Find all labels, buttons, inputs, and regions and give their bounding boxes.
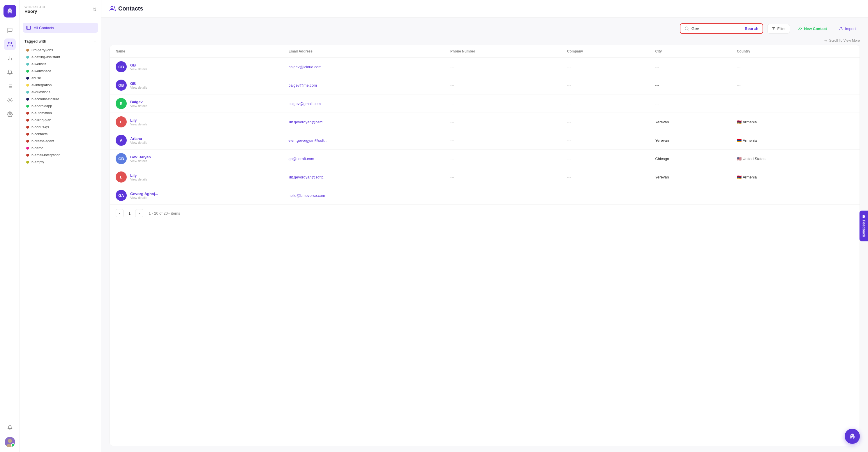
next-page-button[interactable]: ›: [135, 209, 143, 217]
email-link[interactable]: balgev@gmail.com: [288, 102, 321, 106]
contact-info: Ariana View details: [130, 137, 147, 144]
table-row[interactable]: GB Gev Balyan View details gb@ucraft.com…: [110, 149, 860, 168]
view-details-link[interactable]: View details: [130, 104, 147, 108]
rail-icon-list[interactable]: [4, 81, 16, 92]
contacts-table-wrapper: NameEmail AddressPhone NumberCompanyCity…: [110, 45, 860, 446]
tag-item-b-billing-plan[interactable]: b-billing-plan: [25, 117, 96, 124]
rail-icon-bell[interactable]: [4, 422, 16, 433]
email-link[interactable]: lilit.gevorgyan@softc...: [288, 175, 327, 179]
svg-point-34: [852, 435, 855, 439]
tag-item-b-empty[interactable]: b-empty: [25, 159, 96, 166]
table-row[interactable]: L Lily View details lilit.gevorgyan@soft…: [110, 168, 860, 186]
tag-dot: [26, 126, 29, 129]
rail-icon-reports[interactable]: [4, 53, 16, 64]
svg-point-1: [7, 10, 9, 14]
view-details-link[interactable]: View details: [130, 67, 147, 71]
company-cell: ---: [561, 131, 650, 149]
new-contact-button[interactable]: New Contact: [794, 24, 831, 33]
tag-item-abuse[interactable]: abuse: [25, 75, 96, 82]
view-details-link[interactable]: View details: [130, 177, 147, 181]
tag-item-ai-questions[interactable]: ai-questions: [25, 89, 96, 96]
bot-icon: [848, 432, 856, 440]
sidebar-item-all-contacts[interactable]: All Contacts: [23, 23, 98, 33]
tag-item-a-workspace[interactable]: a-workspace: [25, 68, 96, 75]
view-details-link[interactable]: View details: [130, 141, 147, 144]
contact-name-cell: GB GB View details: [110, 76, 282, 94]
email-link[interactable]: balgev@me.com: [288, 83, 317, 87]
table-row[interactable]: A Ariana View details elen.gevorgyan@sof…: [110, 131, 860, 149]
filter-button[interactable]: Filter: [767, 24, 790, 33]
view-details-link[interactable]: View details: [130, 86, 147, 89]
tag-item-a-betting-assistant[interactable]: a-betting-assistant: [25, 54, 96, 61]
email-link[interactable]: hello@bmeverse.com: [288, 193, 325, 198]
workspace-name: Hoory: [25, 9, 46, 14]
tag-label: b-account-closure: [31, 97, 59, 101]
import-button[interactable]: Import: [835, 24, 860, 33]
tag-item-b-demo[interactable]: b-demo: [25, 145, 96, 152]
feedback-tab[interactable]: Feedback: [859, 210, 868, 241]
prev-page-button[interactable]: ‹: [116, 209, 124, 217]
tag-item-ai-integration[interactable]: ai-integration: [25, 82, 96, 89]
country-cell: ---: [731, 76, 860, 94]
city-value: ---: [655, 193, 659, 198]
tag-item-b-account-closure[interactable]: b-account-closure: [25, 96, 96, 103]
search-icon: [684, 26, 689, 31]
search-button[interactable]: Search: [745, 26, 758, 31]
rail-icon-settings[interactable]: [4, 109, 16, 120]
table-row[interactable]: B Balgev View details balgev@gmail.com--…: [110, 94, 860, 113]
tag-dot: [26, 161, 29, 164]
search-input[interactable]: [691, 26, 742, 31]
tag-item-b-androidapp[interactable]: b-androidapp: [25, 103, 96, 110]
table-row[interactable]: GB GB View details balgev@icloud.com----…: [110, 58, 860, 76]
table-row[interactable]: GA Gevorg Aghaj... View details hello@bm…: [110, 186, 860, 205]
city-cell: ---: [649, 76, 731, 94]
email-cell: balgev@gmail.com: [282, 94, 444, 113]
city-value: ---: [655, 65, 659, 69]
tag-item-b-bonus-qs[interactable]: b-bonus-qs: [25, 124, 96, 131]
country-cell: ---: [731, 186, 860, 205]
scroll-hint-text: Scroll To View More: [829, 38, 860, 43]
col-name: Name: [110, 45, 282, 58]
workspace-chevron-icon[interactable]: ⇅: [93, 7, 96, 12]
rail-icon-contacts[interactable]: [4, 38, 16, 50]
svg-rect-20: [27, 26, 30, 29]
company-value: ---: [567, 157, 571, 161]
tag-item-b-contacts[interactable]: b-contacts: [25, 131, 96, 138]
company-cell: ---: [561, 149, 650, 168]
rail-icon-notifications[interactable]: [4, 66, 16, 78]
country-value: ---: [737, 83, 741, 87]
rail-icon-conversations[interactable]: [4, 25, 16, 36]
rail-icon-integrations[interactable]: [4, 94, 16, 106]
email-link[interactable]: balgev@icloud.com: [288, 65, 321, 69]
tag-item-3rd-party-jobs[interactable]: 3rd-party-jobs: [25, 47, 96, 54]
tag-list: 3rd-party-jobs a-betting-assistant a-web…: [25, 47, 96, 166]
tag-item-a-website[interactable]: a-website: [25, 61, 96, 68]
view-details-link[interactable]: View details: [130, 196, 158, 199]
logo-button[interactable]: [3, 5, 16, 18]
avatar: L: [116, 116, 127, 128]
floating-bot-button[interactable]: [845, 429, 860, 444]
contact-name: GB: [130, 81, 147, 86]
view-details-link[interactable]: View details: [130, 159, 151, 163]
tag-dot: [26, 56, 29, 59]
view-details-link[interactable]: View details: [130, 122, 147, 126]
table-row[interactable]: L Lily View details lilit.gevorgyan@betc…: [110, 113, 860, 131]
tag-item-b-automation[interactable]: b-automation: [25, 110, 96, 117]
email-link[interactable]: gb@ucraft.com: [288, 157, 314, 161]
company-cell: ---: [561, 94, 650, 113]
tag-item-b-create-agent[interactable]: b-create-agent: [25, 138, 96, 145]
rail-icons: [4, 25, 16, 422]
phone-cell: ---: [444, 168, 561, 186]
svg-line-24: [688, 29, 689, 30]
contact-info: Gevorg Aghaj... View details: [130, 192, 158, 199]
table-row[interactable]: GB GB View details balgev@me.com--------…: [110, 76, 860, 94]
avatar: GB: [116, 61, 127, 72]
email-link[interactable]: elen.gevorgyan@soft...: [288, 138, 328, 143]
logo-icon: [6, 7, 14, 15]
avatar: GB: [116, 153, 127, 164]
contact-name-cell: B Balgev View details: [110, 94, 282, 113]
add-tag-button[interactable]: +: [94, 38, 96, 44]
user-avatar[interactable]: [5, 437, 15, 447]
email-link[interactable]: lilit.gevorgyan@betc...: [288, 120, 326, 124]
tag-item-b-email-integration[interactable]: b-email-integration: [25, 152, 96, 159]
